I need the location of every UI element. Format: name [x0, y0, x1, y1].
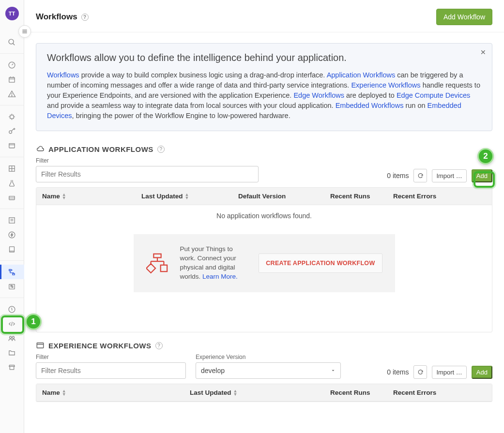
help-icon[interactable]: ?	[81, 14, 89, 21]
svg-point-37	[10, 336, 12, 338]
link-embedded-workflows[interactable]: Embedded Workflows	[336, 102, 404, 109]
page-title: Workflows ?	[36, 12, 89, 22]
window-icon[interactable]	[0, 138, 24, 153]
app-items-count: 0 items	[387, 172, 409, 179]
callout-badge-2: 2	[477, 148, 494, 164]
sort-icon: ▲▼	[62, 389, 66, 396]
link-experience-workflows[interactable]: Experience Workflows	[351, 81, 420, 89]
bolt-icon[interactable]	[0, 227, 24, 242]
list-icon[interactable]	[0, 213, 24, 227]
exp-workflows-table: Name▲▼ Last Updated▲▼ Recent Runs Recent…	[36, 384, 492, 402]
info-title: Workflows allow you to define the intell…	[47, 52, 481, 63]
workflows-nav-icon[interactable]	[0, 265, 24, 279]
col-name[interactable]: Name▲▼	[36, 384, 184, 401]
cta-text: Put your Things to work. Connect your ph…	[180, 245, 247, 282]
sort-icon: ▲▼	[185, 193, 189, 199]
app-workflows-table: Name▲▼ Last Updated▲▼ Default Version Re…	[36, 187, 492, 332]
col-recent-runs: Recent Runs	[324, 384, 387, 401]
exp-workflows-header: EXPERIENCE WORKFLOWS ?	[36, 341, 492, 350]
svg-point-38	[12, 336, 14, 338]
svg-line-36	[12, 322, 12, 326]
cta-box: Put your Things to work. Connect your ph…	[134, 234, 395, 292]
page-title-text: Workflows	[36, 12, 77, 22]
svg-rect-48	[146, 264, 155, 273]
user-avatar[interactable]: TT	[5, 7, 19, 20]
svg-rect-3	[9, 77, 15, 82]
app-add-button[interactable]: Add	[472, 169, 492, 182]
browser-icon	[36, 341, 45, 350]
filter-label: Filter	[36, 157, 259, 164]
app-workflows-title: APPLICATION WORKFLOWS	[48, 145, 153, 153]
exp-filter-input[interactable]	[36, 362, 186, 379]
app-import-button[interactable]: Import …	[432, 169, 466, 182]
exp-workflows-title: EXPERIENCE WORKFLOWS	[48, 342, 152, 350]
refresh-button[interactable]	[413, 169, 427, 182]
key-icon[interactable]	[0, 124, 24, 138]
create-app-workflow-button[interactable]: CREATE APPLICATION WORKFLOW	[259, 254, 382, 273]
cloud-icon	[36, 145, 45, 153]
learn-more-link[interactable]: Learn More.	[202, 273, 238, 280]
sliders-icon[interactable]	[0, 279, 24, 294]
callout-badge-1: 1	[25, 314, 42, 330]
sidebar: TT	[0, 0, 24, 433]
code-icon[interactable]	[0, 316, 24, 331]
calendar-icon[interactable]	[0, 72, 24, 87]
close-icon[interactable]: ✕	[480, 48, 486, 56]
flame-icon[interactable]	[0, 302, 24, 316]
col-last-updated[interactable]: Last Updated▲▼	[136, 188, 232, 205]
main-content: Workflows ? Add Workflow ✕ Workflows all…	[24, 0, 504, 433]
info-banner: ✕ Workflows allow you to define the inte…	[36, 43, 492, 131]
app-filter-input[interactable]	[36, 166, 259, 182]
svg-rect-22	[9, 217, 15, 223]
empty-state-text: No application workflows found.	[36, 205, 492, 226]
link-workflows[interactable]: Workflows	[47, 71, 79, 79]
chip-icon[interactable]	[0, 109, 24, 124]
link-edge-devices[interactable]: Edge Compute Devices	[397, 91, 470, 99]
col-last-updated[interactable]: Last Updated▲▼	[184, 384, 324, 401]
svg-rect-29	[13, 273, 15, 275]
sort-icon: ▲▼	[62, 193, 66, 199]
link-edge-workflows[interactable]: Edge Workflows	[293, 91, 344, 99]
info-body: Workflows provide a way to build complex…	[47, 70, 481, 121]
workflow-icon	[146, 252, 168, 274]
flask-icon[interactable]	[0, 176, 24, 190]
link-app-workflows[interactable]: Application Workflows	[327, 71, 396, 79]
exp-add-button[interactable]: Add	[472, 366, 492, 379]
help-icon[interactable]: ?	[155, 342, 163, 349]
svg-point-25	[9, 232, 15, 238]
gauge-icon[interactable]	[0, 58, 24, 72]
col-name[interactable]: Name▲▼	[36, 188, 136, 205]
svg-point-0	[9, 39, 14, 44]
col-recent-runs: Recent Runs	[324, 188, 387, 205]
svg-line-1	[13, 43, 15, 45]
svg-rect-9	[10, 115, 14, 118]
svg-rect-28	[9, 269, 11, 270]
help-icon[interactable]: ?	[157, 146, 165, 153]
svg-rect-39	[10, 366, 14, 369]
svg-rect-49	[160, 265, 167, 271]
topbar: Workflows ? Add Workflow	[24, 0, 504, 32]
chevron-down-icon	[331, 368, 336, 373]
exp-import-button[interactable]: Import …	[432, 366, 466, 379]
filter-label: Filter	[36, 354, 186, 360]
storage-icon[interactable]	[0, 190, 24, 205]
store-icon[interactable]	[0, 360, 24, 374]
sidebar-toggle-button[interactable]	[18, 25, 31, 38]
book-icon[interactable]	[0, 242, 24, 256]
col-default-version: Default Version	[232, 188, 324, 205]
search-icon[interactable]	[0, 35, 24, 49]
col-recent-errors: Recent Errors	[387, 188, 444, 205]
svg-rect-15	[9, 143, 15, 148]
add-workflow-button[interactable]: Add Workflow	[436, 9, 492, 25]
experience-version-select[interactable]: develop	[196, 362, 341, 379]
users-icon[interactable]	[0, 331, 24, 345]
alert-icon[interactable]	[0, 87, 24, 101]
version-label: Experience Version	[196, 354, 341, 360]
grid-icon[interactable]	[0, 161, 24, 176]
svg-point-14	[9, 131, 12, 134]
svg-point-8	[12, 95, 12, 96]
folder-icon[interactable]	[0, 345, 24, 360]
refresh-button[interactable]	[413, 365, 427, 379]
col-recent-errors: Recent Errors	[387, 384, 444, 401]
sort-icon: ▲▼	[233, 389, 238, 396]
